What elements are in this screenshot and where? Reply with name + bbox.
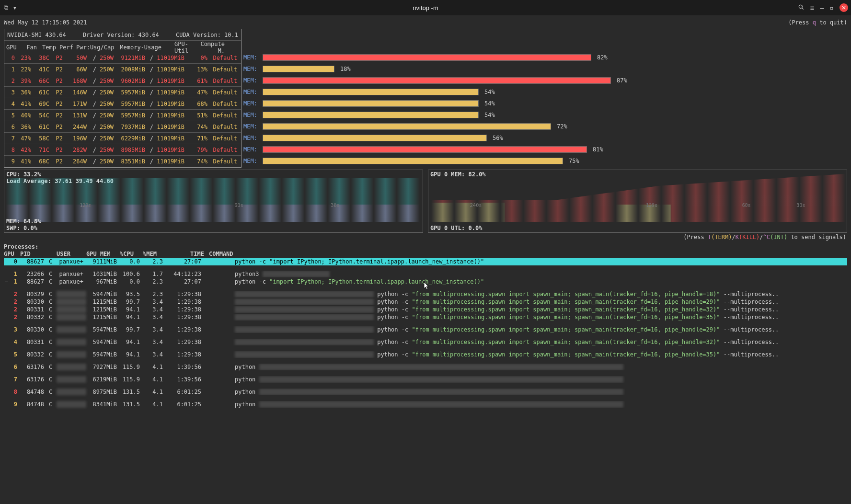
gpu-power-usage: 66W [66,66,90,73]
gpu-compute-mode: Default [210,135,240,142]
mem-bar-percent: 54% [484,100,495,107]
process-group-spacer [4,321,847,326]
titlebar-menu-chevron-icon[interactable]: ▾ [13,4,17,11]
process-command: python xxxxxxxxxxxxxxxxxxxxxxxxxxxxxxxxx… [233,401,847,408]
gpu-mem-used: 9602MiB [116,78,148,84]
process-user: panxue+ [57,258,86,265]
process-time: 6:01:25 [166,389,204,395]
mem-bar-label: MEM: [243,77,260,84]
process-row[interactable]: 188627Cpanxue+967MiB0.02.327:07python -c… [4,278,847,286]
process-command: python3 xxxxxxxxxxxxxxxxxxxxxxxxxxxxxxxx… [233,271,847,277]
process-gpu-mem: 8341MiB [86,401,120,408]
terminal-icon[interactable]: ⧉ [4,4,8,11]
process-row[interactable]: 123266Cpanxue+1031MiB100.61.744:12:23pyt… [4,270,847,278]
gpu-fan: 22% [18,66,34,73]
gpu-mem-used: 6229MiB [116,135,148,142]
gpu-temp: 61C [34,89,52,96]
gpu-mem-used: 7937MiB [116,124,148,130]
process-row[interactable]: 280330Cxxxxxx1215MiB99.73.41:29:38xxxxxx… [4,298,847,306]
process-user: xxxxxx [57,314,86,321]
gpu-power-cap: / 250W [90,135,116,142]
process-row[interactable]: 280329Cxxxxxx5947MiB93.52.31:29:38xxxxxx… [4,290,847,298]
process-row[interactable]: 984748Cxxxxxx8341MiB131.54.16:01:25pytho… [4,401,847,408]
process-command-tail: python -c "from multiprocessing.spawn im… [374,339,779,345]
gpu-fan: 36% [18,89,34,96]
host-swp-label: SWP: 0.0% [6,225,41,231]
mem-bar-label: MEM: [243,89,260,95]
process-group-spacer [4,396,847,401]
mem-bar-track [263,77,611,84]
process-command: xxxxxxxxxxxxxxxxxxxxxxxxxxxxxxxxxxxx pyt… [233,351,847,358]
gpu-utilization: 71% [187,135,210,142]
process-row[interactable]: 663176Cxxxxxx7927MiB115.94.11:39:56pytho… [4,363,847,371]
process-gpu: 2 [4,291,20,298]
process-mem-percent: 4.1 [143,376,166,383]
window-minimize-button[interactable]: — [820,4,824,11]
process-row[interactable]: 884748Cxxxxxx8975MiB131.54.16:01:25pytho… [4,388,847,396]
terminal-content[interactable]: Wed May 12 17:15:05 2021 (Press q to qui… [0,15,851,413]
mem-bar-fill [263,78,610,83]
process-command-tail: python -c "from multiprocessing.spawn im… [374,351,779,358]
process-row[interactable]: 280331Cxxxxxx1215MiB94.13.41:29:38xxxxxx… [4,306,847,313]
process-time: 6:01:25 [166,401,204,408]
process-gpu: 7 [4,376,20,383]
gpu-index: 4 [4,101,18,107]
gpu-perf: P2 [52,89,66,96]
search-icon[interactable] [798,4,805,12]
mem-bar-percent: 56% [493,135,503,141]
process-command: python xxxxxxxxxxxxxxxxxxxxxxxxxxxxxxxxx… [233,376,847,383]
mem-bar-fill [263,112,478,118]
nvidia-smi-version: NVIDIA-SMI 430.64 [7,32,66,38]
process-cpu-percent: 99.7 [120,326,143,333]
gpu-temp: 68C [34,158,52,165]
process-user: xxxxxx [57,376,86,383]
gpu-mem-total: / 11019MiB [148,147,187,153]
process-row[interactable]: 088627Cpanxue+9111MiB0.02.327:07python -… [4,258,847,265]
process-command-quoted: "import IPython; IPython.terminal.ipapp.… [269,278,484,285]
process-cpu-percent: 115.9 [120,376,143,383]
gpu-compute-mode: Default [210,101,240,107]
process-type: C [47,376,57,383]
mem-bar-row: MEM:75% [243,155,841,167]
process-command-tail: python -c "from multiprocessing.spawn im… [374,306,779,313]
process-group-spacer [4,346,847,351]
process-pid: 63176 [20,364,47,370]
gpu-index: 5 [4,112,18,119]
process-command: xxxxxxxxxxxxxxxxxxxxxxxxxxxxxxxxxxxx pyt… [233,291,847,298]
process-mem-percent: 3.4 [143,298,166,305]
gpu-mem-total: / 11019MiB [148,89,187,96]
process-row[interactable]: 763176Cxxxxxx6219MiB115.94.11:39:56pytho… [4,376,847,383]
window-maximize-button[interactable]: ▫ [830,4,834,11]
gpu-mem-used: 8351MiB [116,158,148,165]
process-header: GPU PID USER GPU MEM %CPU %MEM TIME COMM… [4,250,847,258]
gpu-power-cap: / 250W [90,89,116,96]
process-pid: 80331 [20,306,47,313]
mem-bar-percent: 87% [617,77,627,84]
gpu-mem-total: / 11019MiB [148,101,187,107]
gpu-mem-total: / 11019MiB [148,124,187,130]
gpu-compute-mode: Default [210,78,240,84]
process-command-blurred: xxxxxxxxxxxxxxxxxxxxxxxxxxxxxxxxxxxxxxxx… [259,364,623,370]
gpu-power-cap: / 250W [90,101,116,107]
gpu-temp: 41C [34,66,52,73]
gpu-row: 636%61CP2244W/ 250W7937MiB/ 11019MiB74%D… [4,121,241,133]
process-row[interactable]: 280332Cxxxxxx1215MiB94.13.41:29:38xxxxxx… [4,313,847,321]
process-row[interactable]: 380330Cxxxxxx5947MiB99.73.41:29:38xxxxxx… [4,326,847,333]
gpu-index: 6 [4,124,18,130]
gpu-perf: P2 [52,66,66,73]
process-command-prefix: python [235,401,259,408]
mem-bar-percent: 75% [569,158,579,164]
process-mem-percent: 3.4 [143,326,166,333]
window-close-button[interactable] [840,3,848,12]
gpu-mem-total: / 11019MiB [148,158,187,165]
cpu-label: CPU: 33.2% [6,171,421,178]
mem-bar-label: MEM: [243,123,260,130]
process-row[interactable]: 480331Cxxxxxx5947MiB94.13.41:29:38xxxxxx… [4,338,847,346]
gpu-perf: P2 [52,101,66,107]
window-titlebar: ⧉ ▾ nvitop -m ≡ — ▫ [0,0,851,15]
hamburger-menu-icon[interactable]: ≡ [810,4,814,11]
process-row[interactable]: 580332Cxxxxxx5947MiB94.13.41:29:38xxxxxx… [4,351,847,358]
mem-bar-row: MEM:87% [243,75,841,86]
gpu-compute-mode: Default [210,89,240,96]
gpu-mem-total: / 11019MiB [148,55,187,61]
